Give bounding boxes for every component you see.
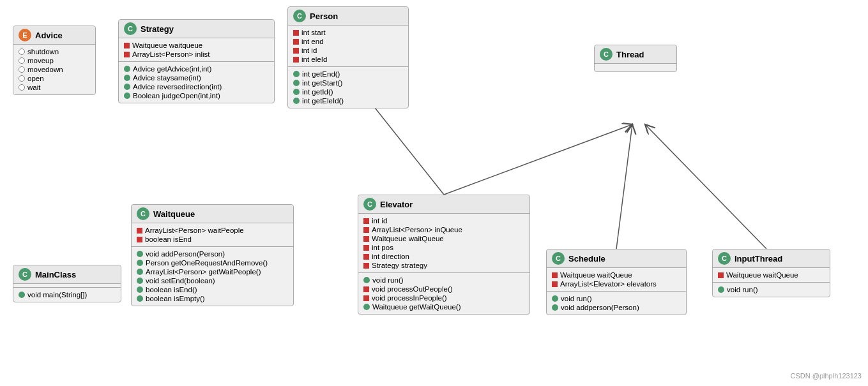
strategy-class: C Strategy Waitqueue waitqueue ArrayList…	[118, 19, 275, 103]
thread-class: C Thread	[594, 45, 677, 72]
svg-line-1	[616, 124, 632, 249]
elevator-header: C Elevator	[358, 195, 529, 214]
person-fields: int start int end int id int eleId	[288, 26, 408, 67]
schedule-icon: C	[552, 252, 565, 265]
schedule-methods: void run() void addperson(Person)	[547, 292, 686, 315]
schedule-title: Schedule	[568, 254, 605, 264]
enum-dot-3	[19, 66, 25, 73]
svg-line-2	[645, 124, 766, 249]
advice-header: E Advice	[13, 26, 95, 45]
elevator-title: Elevator	[380, 200, 413, 209]
mainclass-header: C MainClass	[13, 265, 121, 284]
mainclass-icon: C	[19, 268, 31, 281]
schedule-class: C Schedule Waitqueue waitQueue ArrayList…	[546, 249, 687, 315]
waitqueue-methods: void addPerson(Person) Person getOneRequ…	[132, 247, 293, 306]
waitqueue-icon: C	[137, 207, 149, 220]
elevator-methods: void run() void processOutPeople() void …	[358, 273, 529, 314]
strategy-title: Strategy	[141, 24, 174, 34]
person-class: C Person int start int end int id int el…	[287, 6, 409, 108]
inputthread-header: C InputThread	[713, 249, 830, 268]
person-title: Person	[310, 11, 338, 21]
advice-enum-1: shutdown	[19, 47, 90, 56]
inputthread-class: C InputThread Waitqueue waitQueue void r…	[712, 249, 830, 297]
elevator-class: C Elevator int id ArrayList<Person> inQu…	[358, 195, 530, 315]
person-header: C Person	[288, 7, 408, 26]
svg-line-0	[444, 124, 632, 195]
waitqueue-fields: ArrayList<Person> waitPeople boolean isE…	[132, 223, 293, 247]
schedule-fields: Waitqueue waitQueue ArrayList<Elevator> …	[547, 268, 686, 292]
diagram-container: E Advice shutdown moveup movedown open	[0, 0, 868, 386]
enum-dot-4	[19, 75, 25, 82]
advice-title: Advice	[35, 31, 63, 40]
mainclass-methods: void main(String[])	[13, 288, 121, 302]
waitqueue-header: C Waitqueue	[132, 205, 293, 223]
mainclass-title: MainClass	[35, 270, 76, 279]
inputthread-title: InputThread	[735, 254, 782, 264]
mainclass-class: C MainClass void main(String[])	[13, 265, 121, 302]
schedule-header: C Schedule	[547, 249, 686, 268]
advice-enum-4: open	[19, 74, 90, 83]
inputthread-fields: Waitqueue waitQueue	[713, 268, 830, 283]
advice-class: E Advice shutdown moveup movedown open	[13, 26, 96, 95]
advice-enum-3: movedown	[19, 65, 90, 74]
advice-enum-2: moveup	[19, 56, 90, 65]
advice-enums: shutdown moveup movedown open wait	[13, 45, 95, 94]
waitqueue-class: C Waitqueue ArrayList<Person> waitPeople…	[131, 204, 294, 306]
strategy-methods: Advice getAdvice(int,int) Advice staysam…	[119, 62, 274, 103]
person-icon: C	[293, 10, 306, 22]
advice-enum-5: wait	[19, 83, 90, 92]
advice-icon: E	[19, 29, 31, 41]
thread-icon: C	[600, 48, 613, 61]
elevator-icon: C	[363, 198, 376, 211]
thread-title: Thread	[616, 50, 644, 59]
inputthread-methods: void run()	[713, 283, 830, 297]
strategy-icon: C	[124, 22, 137, 35]
watermark: CSDN @plhplh123123	[791, 372, 862, 380]
thread-header: C Thread	[595, 45, 676, 64]
elevator-fields: int id ArrayList<Person> inQueue Waitque…	[358, 214, 529, 273]
strategy-header: C Strategy	[119, 20, 274, 38]
waitqueue-title: Waitqueue	[153, 209, 195, 219]
strategy-fields: Waitqueue waitqueue ArrayList<Person> in…	[119, 38, 274, 62]
person-methods: int getEnd() int getStart() int getId() …	[288, 67, 408, 108]
enum-dot-1	[19, 48, 25, 55]
thread-body	[595, 64, 676, 71]
enum-dot-2	[19, 57, 25, 64]
inputthread-icon: C	[718, 252, 731, 265]
enum-dot-5	[19, 84, 25, 91]
